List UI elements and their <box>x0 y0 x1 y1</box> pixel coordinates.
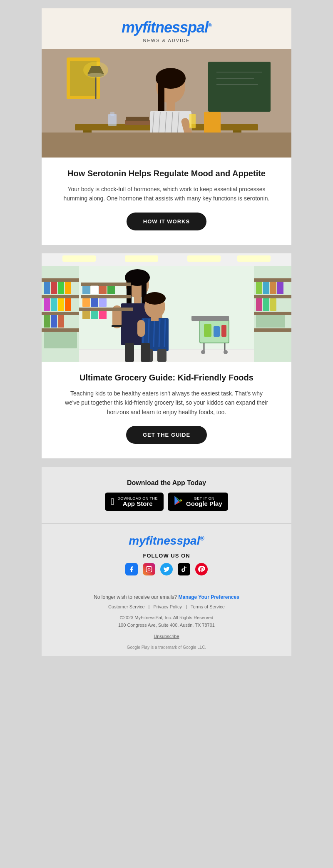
svg-rect-117 <box>146 566 152 572</box>
article-grocery-title: Ultimate Grocery Guide: Kid-Friendly Foo… <box>62 372 271 383</box>
header-tagline: NEWS & ADVICE <box>50 38 283 43</box>
svg-rect-104 <box>79 308 133 311</box>
svg-rect-107 <box>82 286 90 294</box>
svg-rect-36 <box>125 255 158 262</box>
svg-rect-102 <box>125 343 134 362</box>
svg-rect-105 <box>81 295 131 298</box>
apple-icon:  <box>111 496 114 507</box>
svg-rect-45 <box>51 282 57 294</box>
svg-rect-42 <box>42 312 79 315</box>
app-store-button[interactable]:  Download on the App Store <box>105 493 164 511</box>
svg-rect-58 <box>254 295 291 298</box>
footer-brand: myfitnesspal® FOLLOW US ON <box>42 523 291 590</box>
svg-rect-52 <box>44 315 50 328</box>
svg-rect-35 <box>62 255 96 262</box>
svg-rect-113 <box>99 298 107 307</box>
svg-rect-108 <box>91 286 98 294</box>
google-play-button[interactable]: GET IT ON Google Play <box>168 493 228 511</box>
svg-rect-40 <box>42 278 79 282</box>
svg-rect-77 <box>191 316 229 321</box>
svg-rect-54 <box>58 315 64 328</box>
customer-service-link[interactable]: Customer Service <box>108 604 144 609</box>
serotonin-image-svg <box>42 49 291 158</box>
svg-line-92 <box>148 319 149 347</box>
follow-us-label: FOLLOW US ON <box>50 553 283 559</box>
app-store-text: Download on the App Store <box>117 496 158 508</box>
svg-rect-55 <box>44 332 77 348</box>
svg-rect-43 <box>42 328 79 332</box>
svg-rect-98 <box>151 317 159 321</box>
svg-rect-65 <box>256 298 262 311</box>
svg-rect-111 <box>82 298 90 307</box>
unsubscribe-link[interactable]: Unsubscribe <box>50 634 283 639</box>
privacy-policy-link[interactable]: Privacy Policy <box>154 604 182 609</box>
svg-rect-53 <box>51 315 57 328</box>
svg-line-94 <box>159 319 160 347</box>
svg-rect-79 <box>214 326 220 337</box>
svg-rect-63 <box>270 282 276 294</box>
svg-line-93 <box>154 319 154 347</box>
svg-rect-67 <box>270 298 276 311</box>
social-pinterest-icon[interactable] <box>195 563 208 575</box>
svg-rect-61 <box>256 282 262 294</box>
svg-rect-49 <box>51 298 57 311</box>
svg-rect-62 <box>263 282 269 294</box>
svg-rect-115 <box>91 311 98 319</box>
copyright-text: ©2023 MyFitnessPal, Inc. All Rights Rese… <box>50 614 283 629</box>
no-longer-text: No longer wish to receive our emails? Ma… <box>50 594 283 600</box>
article-serotonin-body: Your body is chock-full of hormones, whi… <box>62 185 271 203</box>
svg-rect-23 <box>189 114 196 128</box>
article-grocery: Ultimate Grocery Guide: Kid-Friendly Foo… <box>42 253 291 458</box>
svg-rect-110 <box>107 286 115 294</box>
grocery-cta-button[interactable]: GET THE GUIDE <box>126 426 207 444</box>
footer-nav: Customer Service | Privacy Policy | Term… <box>50 604 283 609</box>
svg-rect-112 <box>91 298 98 307</box>
svg-rect-51 <box>65 298 71 311</box>
brand-logo: myfitnesspal® <box>50 19 283 36</box>
svg-rect-44 <box>44 282 50 294</box>
footer-links: No longer wish to receive our emails? Ma… <box>42 590 291 656</box>
svg-rect-25 <box>110 112 114 116</box>
svg-rect-89 <box>112 325 122 327</box>
svg-rect-78 <box>204 324 211 337</box>
svg-point-7 <box>83 62 108 78</box>
svg-rect-103 <box>141 343 150 362</box>
svg-point-97 <box>144 292 166 305</box>
article-serotonin-title: How Serotonin Helps Regulate Mood and Ap… <box>62 168 271 179</box>
store-buttons-container:  Download on the App Store GET IT ON <box>50 493 283 511</box>
google-play-text: GET IT ON Google Play <box>186 496 222 508</box>
svg-rect-37 <box>187 255 221 262</box>
grocery-image-svg <box>42 253 291 362</box>
svg-rect-32 <box>42 133 291 158</box>
svg-rect-66 <box>263 298 269 311</box>
svg-rect-101 <box>157 349 166 362</box>
article-grocery-content: Ultimate Grocery Guide: Kid-Friendly Foo… <box>42 362 291 458</box>
terms-link[interactable]: Terms of Service <box>191 604 225 609</box>
article-serotonin-content: How Serotonin Helps Regulate Mood and Ap… <box>42 158 291 245</box>
social-tiktok-icon[interactable] <box>178 563 190 575</box>
social-instagram-icon[interactable] <box>143 563 155 575</box>
social-icons-row <box>50 563 283 575</box>
svg-rect-50 <box>58 298 64 311</box>
svg-rect-68 <box>256 315 285 328</box>
svg-rect-47 <box>65 282 71 294</box>
svg-point-75 <box>201 350 205 354</box>
footer-logo: myfitnesspal® <box>50 534 283 548</box>
download-section: Download the App Today  Download on the… <box>42 467 291 523</box>
svg-rect-28 <box>208 62 271 112</box>
svg-point-76 <box>224 350 228 354</box>
svg-rect-57 <box>254 278 291 282</box>
svg-rect-114 <box>82 311 90 319</box>
svg-rect-106 <box>81 283 131 286</box>
social-twitter-icon[interactable] <box>160 563 173 575</box>
svg-rect-64 <box>277 282 283 294</box>
social-facebook-icon[interactable] <box>125 563 138 575</box>
svg-rect-60 <box>254 328 291 332</box>
svg-rect-41 <box>42 295 79 298</box>
article-grocery-body: Teaching kids to be healthy eaters isn't… <box>62 389 271 417</box>
manage-preferences-link[interactable]: Manage Your Preferences <box>179 594 239 600</box>
article-serotonin-image <box>42 49 291 158</box>
article-serotonin: How Serotonin Helps Regulate Mood and Ap… <box>42 49 291 245</box>
svg-line-95 <box>164 319 165 347</box>
serotonin-cta-button[interactable]: HOW IT WORKS <box>127 213 206 230</box>
